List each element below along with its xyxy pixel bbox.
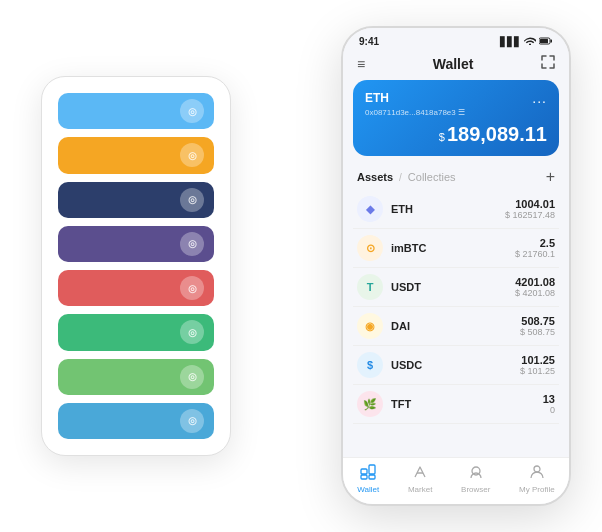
asset-name-tft: TFT bbox=[391, 398, 543, 410]
svg-rect-5 bbox=[361, 475, 367, 479]
asset-list: ◆ETH1004.01$ 162517.48⊙imBTC2.5$ 21760.1… bbox=[343, 190, 569, 457]
back-phone: ◎◎◎◎◎◎◎◎ bbox=[41, 76, 231, 456]
nav-item-market[interactable]: Market bbox=[408, 464, 432, 494]
asset-values-eth: 1004.01$ 162517.48 bbox=[505, 198, 555, 220]
back-card-card-light-green: ◎ bbox=[58, 359, 214, 395]
card-icon: ◎ bbox=[180, 409, 204, 433]
asset-usd: $ 508.75 bbox=[520, 327, 555, 337]
asset-name-eth: ETH bbox=[391, 203, 505, 215]
svg-rect-2 bbox=[551, 39, 553, 42]
nav-icon-wallet bbox=[360, 464, 376, 483]
asset-amount: 1004.01 bbox=[505, 198, 555, 210]
asset-name-usdc: USDC bbox=[391, 359, 520, 371]
svg-rect-4 bbox=[369, 465, 375, 474]
back-card-card-purple: ◎ bbox=[58, 226, 214, 262]
nav-label-wallet: Wallet bbox=[357, 485, 379, 494]
eth-card-amount: $189,089.11 bbox=[365, 123, 547, 146]
card-icon: ◎ bbox=[180, 143, 204, 167]
back-card-card-sky: ◎ bbox=[58, 403, 214, 439]
add-asset-button[interactable]: + bbox=[546, 168, 555, 186]
svg-point-9 bbox=[534, 466, 540, 472]
card-icon: ◎ bbox=[180, 232, 204, 256]
asset-item-eth[interactable]: ◆ETH1004.01$ 162517.48 bbox=[353, 190, 559, 229]
asset-amount: 101.25 bbox=[520, 354, 555, 366]
assets-header: Assets / Collecties + bbox=[343, 164, 569, 190]
menu-icon[interactable]: ≡ bbox=[357, 56, 365, 72]
status-time: 9:41 bbox=[359, 36, 379, 47]
bottom-nav: WalletMarketBrowserMy Profile bbox=[343, 457, 569, 504]
nav-item-profile[interactable]: My Profile bbox=[519, 464, 555, 494]
phone-header: ≡ Wallet bbox=[343, 51, 569, 80]
asset-name-usdt: USDT bbox=[391, 281, 515, 293]
wifi-icon bbox=[524, 36, 536, 47]
asset-name-imbtc: imBTC bbox=[391, 242, 515, 254]
card-icon: ◎ bbox=[180, 99, 204, 123]
asset-amount: 4201.08 bbox=[515, 276, 555, 288]
eth-card-label: ETH bbox=[365, 91, 389, 105]
asset-usd: $ 162517.48 bbox=[505, 210, 555, 220]
svg-rect-1 bbox=[540, 39, 548, 43]
tab-assets[interactable]: Assets bbox=[357, 171, 393, 183]
back-card-card-blue: ◎ bbox=[58, 93, 214, 129]
eth-card-address: 0x08711d3e...8418a78e3 ☰ bbox=[365, 108, 547, 117]
scene: ◎◎◎◎◎◎◎◎ 9:41 ▋▋▋ ≡ Wallet bbox=[21, 21, 581, 511]
asset-item-usdt[interactable]: TUSDT4201.08$ 4201.08 bbox=[353, 268, 559, 307]
back-card-card-orange: ◎ bbox=[58, 137, 214, 173]
asset-item-usdc[interactable]: $USDC101.25$ 101.25 bbox=[353, 346, 559, 385]
card-icon: ◎ bbox=[180, 320, 204, 344]
asset-amount: 508.75 bbox=[520, 315, 555, 327]
assets-tabs: Assets / Collecties bbox=[357, 171, 456, 183]
tab-collecties[interactable]: Collecties bbox=[408, 171, 456, 183]
asset-icon-tft: 🌿 bbox=[357, 391, 383, 417]
nav-label-market: Market bbox=[408, 485, 432, 494]
asset-icon-usdt: T bbox=[357, 274, 383, 300]
asset-usd: 0 bbox=[543, 405, 555, 415]
svg-rect-3 bbox=[361, 469, 367, 474]
asset-usd: $ 4201.08 bbox=[515, 288, 555, 298]
nav-icon-profile bbox=[529, 464, 545, 483]
nav-label-browser: Browser bbox=[461, 485, 490, 494]
expand-icon[interactable] bbox=[541, 55, 555, 72]
svg-rect-6 bbox=[369, 475, 375, 479]
eth-card-menu[interactable]: ... bbox=[532, 90, 547, 106]
eth-card: ETH ... 0x08711d3e...8418a78e3 ☰ $189,08… bbox=[353, 80, 559, 156]
asset-icon-usdc: $ bbox=[357, 352, 383, 378]
asset-icon-imbtc: ⊙ bbox=[357, 235, 383, 261]
nav-item-browser[interactable]: Browser bbox=[461, 464, 490, 494]
nav-icon-browser bbox=[468, 464, 484, 483]
asset-icon-dai: ◉ bbox=[357, 313, 383, 339]
card-icon: ◎ bbox=[180, 188, 204, 212]
asset-values-dai: 508.75$ 508.75 bbox=[520, 315, 555, 337]
back-card-card-red: ◎ bbox=[58, 270, 214, 306]
nav-label-profile: My Profile bbox=[519, 485, 555, 494]
battery-icon bbox=[539, 37, 553, 47]
asset-item-imbtc[interactable]: ⊙imBTC2.5$ 21760.1 bbox=[353, 229, 559, 268]
asset-usd: $ 21760.1 bbox=[515, 249, 555, 259]
nav-icon-market bbox=[412, 464, 428, 483]
asset-amount: 2.5 bbox=[515, 237, 555, 249]
asset-icon-eth: ◆ bbox=[357, 196, 383, 222]
status-bar: 9:41 ▋▋▋ bbox=[343, 28, 569, 51]
nav-item-wallet[interactable]: Wallet bbox=[357, 464, 379, 494]
asset-values-usdc: 101.25$ 101.25 bbox=[520, 354, 555, 376]
asset-values-usdt: 4201.08$ 4201.08 bbox=[515, 276, 555, 298]
header-title: Wallet bbox=[433, 56, 474, 72]
front-phone: 9:41 ▋▋▋ ≡ Wallet bbox=[341, 26, 571, 506]
back-card-card-dark: ◎ bbox=[58, 182, 214, 218]
asset-item-tft[interactable]: 🌿TFT130 bbox=[353, 385, 559, 424]
signal-icon: ▋▋▋ bbox=[500, 37, 521, 47]
status-icons: ▋▋▋ bbox=[500, 36, 553, 47]
asset-values-tft: 130 bbox=[543, 393, 555, 415]
asset-item-dai[interactable]: ◉DAI508.75$ 508.75 bbox=[353, 307, 559, 346]
asset-usd: $ 101.25 bbox=[520, 366, 555, 376]
asset-name-dai: DAI bbox=[391, 320, 520, 332]
card-icon: ◎ bbox=[180, 276, 204, 300]
card-icon: ◎ bbox=[180, 365, 204, 389]
back-card-card-green: ◎ bbox=[58, 314, 214, 350]
asset-values-imbtc: 2.5$ 21760.1 bbox=[515, 237, 555, 259]
asset-amount: 13 bbox=[543, 393, 555, 405]
